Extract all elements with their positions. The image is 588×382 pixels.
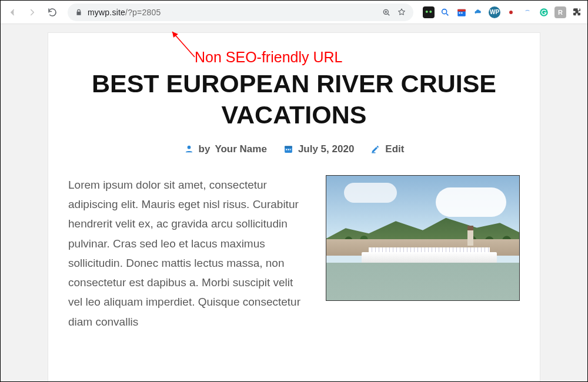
lock-icon	[75, 8, 83, 16]
bookmark-star-icon[interactable]	[397, 8, 406, 17]
article-paragraph: Lorem ipsum dolor sit amet, consectetur …	[68, 175, 309, 331]
page-title: BEST EUROPEAN RIVER CRUISE VACATIONS	[68, 68, 520, 130]
arrow-right-icon	[27, 7, 38, 18]
user-icon	[184, 144, 194, 154]
url-path: /?p=2805	[125, 8, 161, 17]
svg-rect-16	[285, 146, 292, 148]
extension-record-icon[interactable]	[505, 6, 517, 18]
extensions-tray: •• WP R	[423, 6, 583, 18]
svg-point-4	[442, 9, 447, 14]
extension-cloud-icon[interactable]	[472, 6, 484, 18]
reload-button[interactable]	[43, 3, 62, 22]
svg-point-14	[187, 146, 191, 149]
post-meta: by Your Name July 5, 2020 Edit	[68, 143, 520, 155]
post-author: by Your Name	[184, 143, 267, 155]
svg-line-3	[388, 14, 390, 15]
svg-rect-8	[459, 12, 460, 14]
address-bar[interactable]: mywp.site/?p=2805	[68, 4, 413, 21]
svg-rect-17	[286, 149, 287, 150]
post-edit[interactable]: Edit	[370, 143, 404, 155]
byline-prefix: by	[199, 143, 211, 155]
back-button[interactable]	[3, 3, 22, 22]
url-host: mywp.site	[88, 8, 125, 17]
extension-grammarly-icon[interactable]	[538, 6, 550, 18]
extension-dash-icon[interactable]	[522, 6, 533, 18]
date-text: July 5, 2020	[298, 143, 354, 155]
edit-icon	[370, 144, 380, 154]
svg-rect-9	[461, 12, 462, 14]
reload-icon	[47, 7, 58, 18]
extension-magnifier-icon[interactable]	[439, 6, 451, 18]
article-body: Lorem ipsum dolor sit amet, consectetur …	[68, 175, 520, 331]
content-frame: Non SEO-friendly URL BEST EUROPEAN RIVER…	[1, 24, 587, 381]
arrow-left-icon	[7, 7, 18, 18]
extension-calendar-icon[interactable]	[456, 6, 467, 18]
zoom-icon[interactable]	[382, 8, 391, 17]
svg-rect-19	[290, 149, 290, 150]
svg-point-11	[540, 8, 548, 16]
extension-password-manager-icon[interactable]: ••	[423, 6, 435, 18]
svg-rect-7	[457, 9, 466, 11]
browser-toolbar: mywp.site/?p=2805 •• WP R	[1, 1, 587, 24]
address-bar-right	[382, 8, 406, 17]
svg-point-10	[509, 11, 513, 14]
calendar-icon	[283, 144, 293, 154]
edit-link[interactable]: Edit	[385, 143, 404, 155]
extensions-menu-icon[interactable]	[571, 6, 583, 18]
author-link[interactable]: Your Name	[215, 143, 267, 155]
url-text: mywp.site/?p=2805	[88, 8, 377, 17]
svg-line-5	[446, 14, 448, 15]
page: BEST EUROPEAN RIVER CRUISE VACATIONS by …	[48, 32, 540, 382]
forward-button[interactable]	[23, 3, 42, 22]
river-cruise-image	[326, 176, 519, 300]
svg-rect-18	[288, 149, 289, 150]
extension-r-icon[interactable]: R	[554, 6, 566, 18]
svg-rect-20	[372, 152, 375, 153]
extension-wordpress-icon[interactable]: WP	[489, 6, 500, 18]
featured-image	[326, 175, 520, 301]
post-date: July 5, 2020	[283, 143, 354, 155]
